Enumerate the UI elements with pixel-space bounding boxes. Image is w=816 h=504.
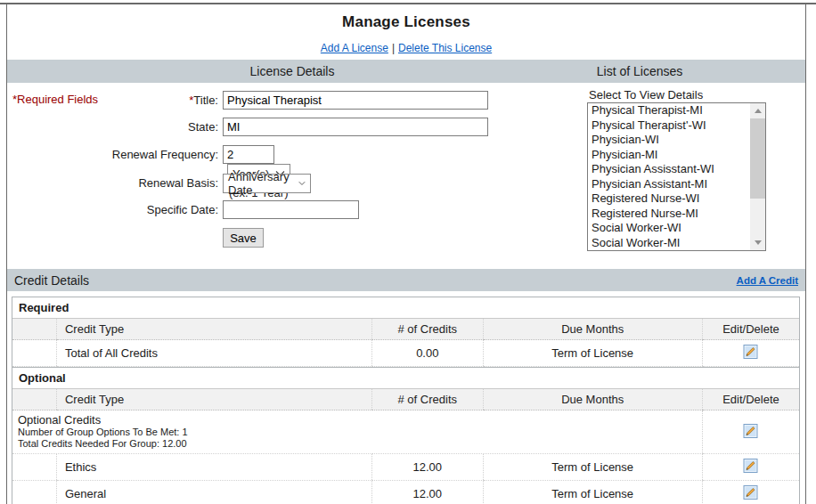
renewal-basis-label: Renewal Basis: [7,176,218,190]
delete-this-license-link[interactable]: Delete This License [398,42,492,54]
renewal-frequency-input[interactable] [223,145,274,164]
license-list-item[interactable]: Physician Assistant-MI [588,177,750,192]
due-months-cell: Term of License [483,340,702,367]
licenses-listbox[interactable]: Physical Therapist-MI Physical Therapist… [587,102,766,251]
license-list-item[interactable]: Physician-MI [588,148,750,163]
license-list-item[interactable]: Physical Therapist'-WI [588,118,750,134]
column-header-due-months: Due Months [483,319,702,340]
select-to-view-details-label: Select To View Details [589,88,703,102]
credit-details-heading: Credit Details [14,273,89,288]
group-options-to-be-met: Number of Group Options To Be Met: 1 [18,427,702,438]
scroll-up-arrow-icon[interactable] [750,103,765,118]
edit-icon[interactable] [743,459,758,473]
license-list-item[interactable]: Social Worker-MI [588,236,750,251]
page-title: Manage Licenses [7,13,805,31]
title-label: *Title: [7,93,218,107]
edit-icon[interactable] [743,485,758,500]
license-list-item[interactable]: Physician Assisstant-WI [588,162,750,177]
specific-date-label: Specific Date: [7,203,218,216]
table-row: Total of All Credits 0.00 Term of Licens… [12,340,799,367]
state-label: State: [7,120,218,134]
table-row: Ethics 12.00 Term of License [12,454,799,481]
license-details-form: *Required Fields *Title: State: Renewal … [7,83,805,269]
renewal-basis-value: Anniversary Date [228,170,292,197]
link-separator: | [392,42,395,54]
credit-type-cell: General [56,481,371,504]
chevron-down-icon [298,181,306,186]
table-row: General 12.00 Term of License [12,481,799,504]
license-list-item[interactable]: Registered Nurse-MI [588,207,750,222]
credit-type-cell: Ethics [56,454,371,481]
column-header-credit-type: Credit Type [56,389,371,411]
list-of-licenses-heading: List of Licenses [470,64,809,78]
column-header-credit-type: Credit Type [56,319,371,340]
required-section-title: Required [12,297,799,319]
num-credits-cell: 0.00 [372,340,484,367]
state-input[interactable] [223,118,488,136]
edit-icon[interactable] [743,424,758,438]
column-header-edit-delete: Edit/Delete [702,319,799,340]
manage-licenses-panel: Manage Licenses Add A License|Delete Thi… [6,4,806,504]
group-title: Optional Credits [18,413,702,427]
edit-icon[interactable] [743,345,758,359]
title-input[interactable] [223,91,488,110]
num-credits-cell: 12.00 [372,454,484,481]
add-a-credit-link[interactable]: Add A Credit [737,275,798,286]
optional-section-title: Optional [12,368,799,389]
listbox-scrollbar[interactable] [750,103,765,250]
empty-header-cell [12,319,56,340]
scrollbar-thumb[interactable] [750,118,765,199]
licenses-list-items: Physical Therapist-MI Physical Therapist… [588,103,750,250]
group-total-credits-needed: Total Credits Needed For Group: 12.00 [18,438,702,450]
required-credits-table: Required Credit Type # of Credits Due Mo… [12,297,800,368]
due-months-cell: Term of License [483,454,702,481]
save-button[interactable]: Save [223,228,264,248]
license-action-links: Add A License|Delete This License [7,42,805,54]
column-header-edit-delete: Edit/Delete [702,389,799,411]
license-list-item[interactable]: Registered Nurse-WI [588,191,750,207]
license-list-item[interactable]: Social Worker-WI [588,221,750,236]
credit-type-cell: Total of All Credits [56,340,371,367]
column-header-num-credits: # of Credits [372,389,484,411]
specific-date-input[interactable] [223,200,359,219]
optional-credits-group-row: Optional Credits Number of Group Options… [12,411,799,454]
column-header-due-months: Due Months [483,389,702,411]
renewal-basis-select[interactable]: Anniversary Date [223,174,311,193]
renewal-frequency-label: Renewal Frequency: [7,148,218,161]
due-months-cell: Term of License [483,481,702,504]
section-header-bar: License Details List of Licenses [7,60,805,83]
license-list-item[interactable]: Physical Therapist-MI [588,103,750,118]
column-header-num-credits: # of Credits [372,319,484,340]
num-credits-cell: 12.00 [372,481,484,504]
optional-credits-table: Optional Credit Type # of Credits Due Mo… [12,367,800,504]
credit-details-header-bar: Credit Details Add A Credit [7,269,805,291]
add-a-license-link[interactable]: Add A License [321,42,388,54]
license-list-item[interactable]: Physician-WI [588,133,750,148]
empty-header-cell [12,389,56,411]
scroll-down-arrow-icon[interactable] [750,235,765,250]
